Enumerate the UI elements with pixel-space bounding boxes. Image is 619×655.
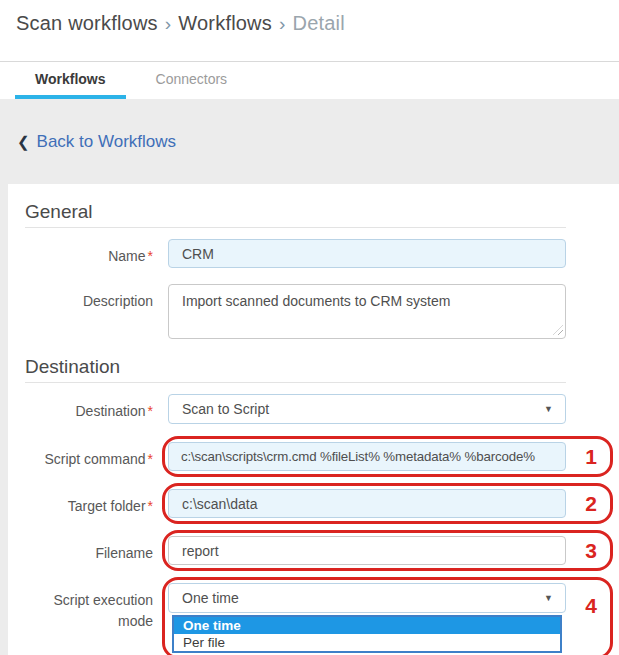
- dropdown-option-one-time[interactable]: One time: [174, 617, 560, 634]
- annotation-box-2: 2: [162, 483, 613, 524]
- tab-connectors[interactable]: Connectors: [136, 62, 248, 99]
- form-row-filename: Filename 3: [25, 530, 619, 571]
- tab-bar: Workflows Connectors: [0, 62, 619, 99]
- script-execution-mode-label: Script execution mode: [53, 592, 153, 629]
- destination-select-value: Scan to Script: [182, 401, 269, 417]
- script-command-input[interactable]: [168, 442, 566, 471]
- required-marker: *: [148, 403, 153, 419]
- breadcrumb-item-detail: Detail: [292, 12, 344, 34]
- breadcrumb-separator: ›: [165, 13, 172, 34]
- filename-label: Filename: [95, 545, 153, 561]
- workflow-detail-form: General Name* Description Import scanned…: [8, 184, 619, 655]
- annotation-number-1: 1: [585, 445, 597, 469]
- section-divider: [25, 227, 566, 228]
- target-folder-label: Target folder: [68, 498, 146, 514]
- dropdown-arrow-icon: ▼: [544, 404, 553, 414]
- required-marker: *: [148, 498, 153, 514]
- annotation-number-4: 4: [585, 594, 597, 618]
- page-header: Scan workflows›Workflows›Detail: [0, 0, 619, 62]
- name-label: Name: [108, 248, 145, 264]
- target-folder-input[interactable]: [168, 489, 566, 518]
- script-execution-mode-dropdown-list: One time Per file: [172, 615, 562, 653]
- destination-label: Destination: [76, 403, 146, 419]
- name-input[interactable]: [168, 239, 566, 268]
- form-row-destination: Destination* Scan to Script ▼: [25, 394, 619, 424]
- script-command-label: Script command: [44, 451, 145, 467]
- required-marker: *: [148, 451, 153, 467]
- back-link-label: Back to Workflows: [37, 132, 177, 151]
- destination-select[interactable]: Scan to Script ▼: [168, 394, 566, 424]
- dropdown-option-per-file[interactable]: Per file: [174, 634, 560, 651]
- section-title-general: General: [25, 200, 619, 224]
- annotation-number-2: 2: [585, 492, 597, 516]
- form-row-description: Description Import scanned documents to …: [25, 284, 619, 339]
- script-execution-mode-select[interactable]: One time ▼: [168, 583, 566, 613]
- breadcrumb-item-workflows[interactable]: Workflows: [178, 12, 272, 34]
- annotation-box-4: One time ▼ One time Per file 4: [162, 577, 613, 655]
- script-execution-mode-value: One time: [182, 590, 239, 606]
- dropdown-arrow-icon: ▼: [544, 593, 553, 603]
- required-marker: *: [148, 248, 153, 264]
- tab-workflows[interactable]: Workflows: [15, 62, 126, 99]
- chevron-left-icon: ❮: [17, 133, 30, 150]
- form-row-script-execution-mode: Script execution mode One time ▼ One tim…: [25, 577, 619, 655]
- form-row-script-command: Script command* 1: [25, 436, 619, 477]
- breadcrumb-item-scan-workflows[interactable]: Scan workflows: [16, 12, 158, 34]
- annotation-number-3: 3: [585, 539, 597, 563]
- description-label: Description: [83, 293, 153, 309]
- breadcrumb-separator: ›: [279, 13, 286, 34]
- back-to-workflows-link[interactable]: ❮Back to Workflows: [17, 132, 176, 151]
- page-content: ❮Back to Workflows General Name* Descrip…: [0, 99, 619, 655]
- section-title-destination: Destination: [25, 355, 619, 379]
- description-textarea[interactable]: Import scanned documents to CRM system: [168, 284, 566, 339]
- breadcrumb: Scan workflows›Workflows›Detail: [16, 12, 619, 35]
- section-divider: [25, 382, 566, 383]
- form-row-name: Name*: [25, 239, 619, 268]
- annotation-box-3: 3: [162, 530, 613, 571]
- filename-input[interactable]: [168, 536, 566, 565]
- annotation-box-1: 1: [162, 436, 613, 477]
- form-row-target-folder: Target folder* 2: [25, 483, 619, 524]
